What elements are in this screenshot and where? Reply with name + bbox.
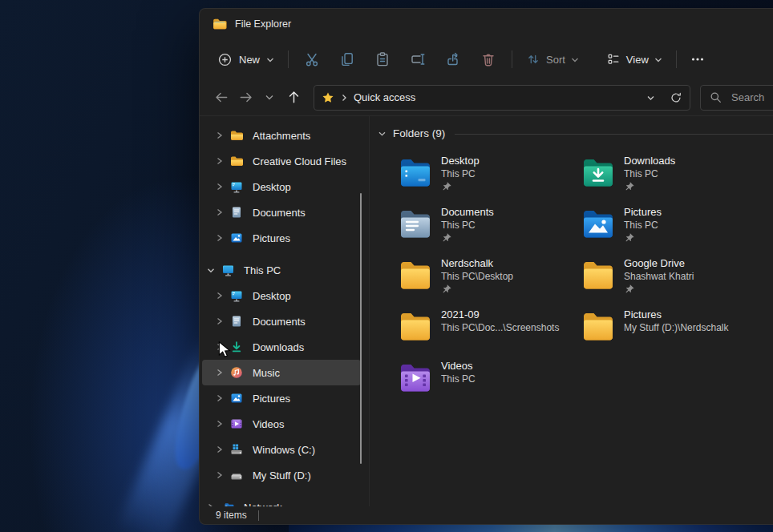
search-icon [710,91,722,103]
pictures-icon [230,392,244,405]
sidebar-item-music[interactable]: Music [202,360,361,385]
sidebar-item-pc-documents[interactable]: Documents [202,308,361,334]
delete-button[interactable] [471,46,506,73]
sidebar-item-label: Network [244,502,282,507]
chevron-right-icon[interactable] [216,471,230,479]
document-icon [230,206,244,219]
tile-name: 2021-09 [441,308,559,321]
share-button[interactable] [435,46,471,73]
folder-tile-google-drive[interactable]: Google Drive Shashwat Khatri [581,257,764,308]
chevron-down-icon[interactable] [207,267,221,274]
sidebar-item-pc-pictures[interactable]: Pictures [202,385,361,411]
folders-grid: Desktop This PC Downloads This PC [399,155,773,411]
refresh-icon [670,91,682,104]
copy-button[interactable] [330,46,365,73]
chevron-right-icon[interactable] [216,420,230,428]
sidebar-item-videos[interactable]: Videos [202,411,361,437]
sort-arrows-icon [526,52,540,66]
chevron-right-icon[interactable] [216,183,230,191]
navigation-pane: Attachments Creative Cloud Files Desktop [200,116,370,506]
sidebar-item-label: Documents [253,207,306,219]
chevron-right-icon[interactable] [216,317,230,325]
recent-chevron-icon [265,93,274,102]
tile-location: This PC\Desktop [441,270,513,283]
folder-icon [230,129,244,142]
chevron-right-icon[interactable] [216,369,230,377]
sort-button[interactable]: Sort [518,46,587,73]
search-box[interactable] [700,85,773,111]
sidebar-item-this-pc[interactable]: This PC [202,257,361,283]
sidebar-item-attachments[interactable]: Attachments [202,123,361,148]
view-button[interactable]: View [598,46,670,73]
address-dropdown-icon[interactable] [646,94,655,102]
title-bar[interactable]: File Explorer [200,9,773,39]
sidebar-item-creative-cloud-files[interactable]: Creative Cloud Files [202,148,361,174]
sidebar-item-network[interactable]: Network [202,494,361,506]
folder-tile-downloads[interactable]: Downloads This PC [581,155,764,206]
folder-tile-2021-09[interactable]: 2021-09 This PC\Doc...\Screenshots [399,308,581,360]
tile-name: Pictures [624,308,728,321]
up-button[interactable] [281,86,306,110]
folder-tile-documents[interactable]: Documents This PC [399,206,581,257]
file-explorer-window: File Explorer New [199,8,773,525]
sidebar-item-label: Desktop [253,290,291,302]
chevron-right-icon[interactable] [216,157,230,165]
paste-button[interactable] [365,46,400,73]
sidebar-item-label: Windows (C:) [253,444,315,456]
sidebar-item-desktop[interactable]: Desktop [202,174,361,200]
folder-tile-pictures[interactable]: Pictures This PC [581,206,764,257]
folder-tile-nerdschalk[interactable]: Nerdschalk This PC\Desktop [399,257,581,308]
chevron-right-icon[interactable] [216,208,230,216]
folder-tile-pictures-d[interactable]: Pictures My Stuff (D:)\Nerdschalk [581,308,764,360]
tile-location: This PC [624,167,675,180]
search-input[interactable] [730,91,773,104]
sidebar-item-my-stuff-d[interactable]: My Stuff (D:) [202,462,361,488]
folders-group-header[interactable]: Folders (9) [370,127,773,139]
new-button[interactable]: New [209,46,282,73]
recent-locations-button[interactable] [257,86,281,110]
cut-icon [304,51,320,67]
chevron-right-icon[interactable] [216,131,230,139]
rename-icon [410,51,426,67]
address-bar[interactable]: Quick access [314,85,690,111]
chevron-right-icon[interactable] [216,445,230,453]
back-button[interactable] [209,86,233,110]
chevron-down-icon [266,56,274,63]
refresh-button[interactable] [670,91,682,104]
sidebar-item-label: Pictures [253,393,290,405]
paste-icon [374,51,391,67]
chevron-right-icon[interactable] [216,234,230,242]
breadcrumb-location[interactable]: Quick access [354,91,415,103]
folder-tile-desktop[interactable]: Desktop This PC [399,155,581,206]
toolbar-divider [512,50,512,68]
document-icon [230,315,244,328]
tile-name: Downloads [624,155,675,167]
back-arrow-icon [214,90,229,105]
sidebar-item-documents[interactable]: Documents [202,200,361,225]
chevron-down-icon[interactable] [378,130,386,138]
sidebar-item-label: This PC [244,264,281,276]
folder-tile-videos[interactable]: Videos This PC [399,360,581,411]
chevron-right-icon[interactable] [216,343,230,351]
sidebar-item-downloads[interactable]: Downloads [202,334,361,360]
sidebar-item-windows-c[interactable]: Windows (C:) [202,437,361,462]
folder-icon [399,257,432,292]
forward-button[interactable] [233,86,257,110]
cut-button[interactable] [294,46,330,73]
chevron-right-icon[interactable] [216,292,230,300]
chevron-right-icon[interactable] [216,394,230,402]
tile-location: This PC [624,219,662,232]
sidebar-item-label: Pictures [253,232,290,244]
rename-button[interactable] [400,46,435,73]
sidebar-scrollbar[interactable] [360,193,362,464]
chevron-right-icon[interactable] [207,503,221,506]
view-button-label: View [626,54,649,66]
star-icon [322,91,334,104]
sidebar-item-pc-desktop[interactable]: Desktop [202,283,361,308]
videos-icon [230,417,244,430]
folder-icon [581,308,615,344]
more-options-button[interactable] [682,46,713,73]
sidebar-item-pictures[interactable]: Pictures [202,225,361,251]
downloads-folder-icon [581,155,615,190]
videos-folder-icon [399,360,432,395]
